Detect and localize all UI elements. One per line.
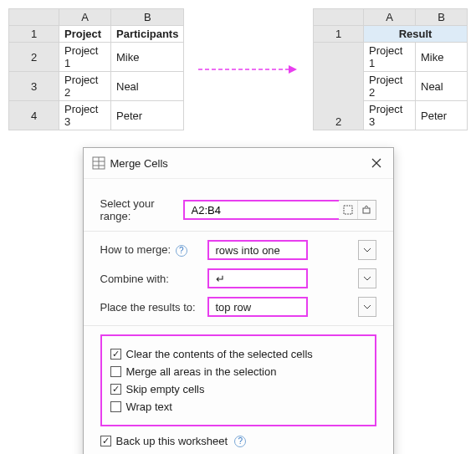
expand-range-icon[interactable] [357, 201, 376, 219]
dialog-title: Merge Cells [110, 157, 368, 170]
col-header-a[interactable]: A [59, 9, 111, 26]
checkbox-icon: ✓ [100, 436, 111, 446]
source-sheet: A B 1 Project Participants 2 Project 1 M… [8, 8, 184, 130]
help-icon[interactable]: ? [176, 245, 187, 257]
cell[interactable]: Neal [416, 72, 468, 101]
corner-cell [314, 9, 364, 26]
col-header-b[interactable]: B [111, 9, 184, 26]
cell[interactable]: Neal [111, 72, 184, 101]
row-header[interactable]: 2 [314, 43, 364, 130]
cell[interactable]: Peter [111, 101, 184, 130]
arrow-icon [191, 64, 306, 75]
chevron-down-icon[interactable] [358, 297, 376, 317]
row-header[interactable]: 2 [9, 43, 59, 72]
cell[interactable]: Project 2 [364, 72, 416, 101]
result-sheet: A B 1 Result 2 Project 1 Mike Project 2 … [313, 8, 468, 130]
checkbox-label: Merge all areas in the selection [126, 365, 277, 378]
svg-rect-8 [344, 206, 352, 214]
col-header-b[interactable]: B [416, 9, 468, 26]
checkbox-icon: ✓ [110, 349, 121, 360]
row-header[interactable]: 1 [314, 26, 364, 43]
place-label: Place the results to: [100, 301, 207, 314]
howto-label: How to merge: ? [100, 243, 207, 257]
cell[interactable]: Project 2 [59, 72, 111, 101]
combine-select[interactable]: ↵ [207, 268, 308, 288]
select-range-icon[interactable] [339, 201, 357, 219]
chevron-down-icon[interactable] [358, 240, 376, 260]
place-select[interactable]: top row [207, 297, 308, 317]
wrap-text-checkbox[interactable]: Wrap text [110, 400, 366, 413]
checkbox-icon: ✓ [110, 384, 121, 395]
row-header[interactable]: 3 [9, 72, 59, 101]
howto-select[interactable]: rows into one [207, 240, 308, 260]
svg-rect-9 [363, 208, 370, 213]
corner-cell [9, 9, 59, 26]
row-header[interactable]: 4 [9, 101, 59, 130]
cell[interactable]: Project 3 [59, 101, 111, 130]
cell[interactable]: Project 3 [364, 101, 416, 130]
result-header-cell[interactable]: Result [364, 26, 468, 43]
cell[interactable]: Mike [416, 43, 468, 72]
row-header[interactable]: 1 [9, 26, 59, 43]
combine-label: Combine with: [100, 273, 207, 285]
merge-all-checkbox[interactable]: Merge all areas in the selection [110, 365, 366, 378]
svg-marker-1 [289, 65, 297, 74]
checkbox-icon [110, 401, 121, 412]
checkbox-icon [110, 366, 121, 377]
merge-cells-dialog: Merge Cells Select your range: [83, 147, 394, 454]
cell[interactable]: Participants [111, 26, 184, 43]
cell[interactable]: Peter [416, 101, 468, 130]
range-label: Select your range: [100, 197, 183, 222]
cell[interactable]: Project 1 [59, 43, 111, 72]
checkbox-label: Back up this worksheet [116, 435, 228, 447]
cell[interactable]: Project [59, 26, 111, 43]
backup-checkbox[interactable]: ✓ Back up this worksheet ? [100, 435, 376, 447]
col-header-a[interactable]: A [364, 9, 416, 26]
close-icon[interactable] [368, 155, 385, 171]
options-group: ✓ Clear the contents of the selected cel… [100, 334, 376, 426]
checkbox-label: Wrap text [126, 400, 172, 413]
clear-contents-checkbox[interactable]: ✓ Clear the contents of the selected cel… [110, 348, 366, 360]
merge-cells-icon [92, 156, 105, 170]
skip-empty-checkbox[interactable]: ✓ Skip empty cells [110, 383, 366, 395]
chevron-down-icon[interactable] [358, 268, 376, 288]
checkbox-label: Clear the contents of the selected cells [126, 348, 313, 360]
checkbox-label: Skip empty cells [126, 383, 205, 395]
range-input[interactable] [183, 200, 339, 220]
cell[interactable]: Project 1 [364, 43, 416, 72]
cell[interactable]: Mike [111, 43, 184, 72]
help-icon[interactable]: ? [234, 436, 246, 447]
